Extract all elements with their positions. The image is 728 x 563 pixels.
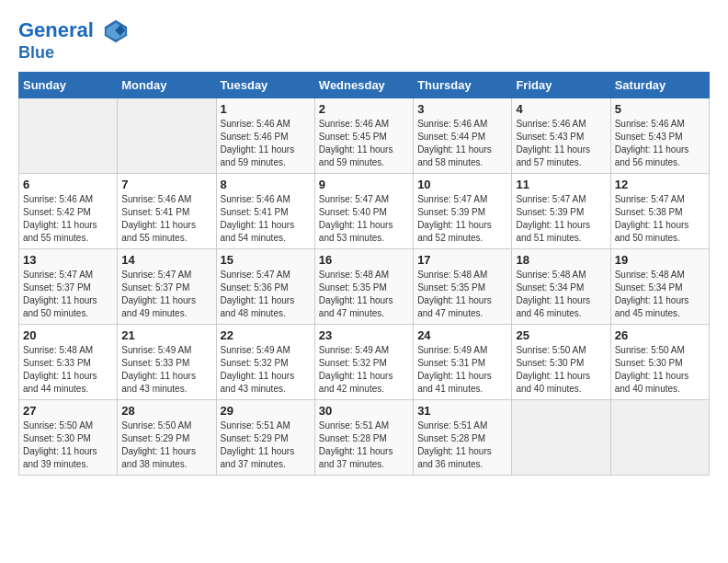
day-info: Sunrise: 5:48 AM Sunset: 5:33 PM Dayligh… — [23, 344, 113, 396]
day-number: 18 — [516, 253, 606, 267]
calendar-cell: 17Sunrise: 5:48 AM Sunset: 5:35 PM Dayli… — [414, 248, 512, 324]
calendar-week-row: 6Sunrise: 5:46 AM Sunset: 5:42 PM Daylig… — [19, 173, 710, 248]
day-number: 3 — [417, 102, 507, 116]
calendar-cell: 27Sunrise: 5:50 AM Sunset: 5:30 PM Dayli… — [19, 399, 118, 475]
calendar-cell: 16Sunrise: 5:48 AM Sunset: 5:35 PM Dayli… — [314, 248, 413, 324]
column-header-saturday: Saturday — [610, 72, 709, 98]
day-info: Sunrise: 5:51 AM Sunset: 5:28 PM Dayligh… — [319, 419, 409, 471]
day-number: 23 — [319, 328, 409, 342]
day-info: Sunrise: 5:48 AM Sunset: 5:34 PM Dayligh… — [516, 269, 606, 320]
day-number: 17 — [417, 253, 507, 267]
logo: General Blue — [18, 18, 129, 63]
calendar-cell: 20Sunrise: 5:48 AM Sunset: 5:33 PM Dayli… — [19, 324, 118, 399]
day-number: 8 — [221, 178, 311, 191]
day-number: 6 — [23, 178, 113, 191]
day-number: 11 — [516, 178, 606, 191]
day-info: Sunrise: 5:47 AM Sunset: 5:36 PM Dayligh… — [221, 269, 311, 320]
calendar-cell: 9Sunrise: 5:47 AM Sunset: 5:40 PM Daylig… — [314, 173, 413, 248]
day-number: 9 — [319, 178, 409, 191]
calendar-week-row: 27Sunrise: 5:50 AM Sunset: 5:30 PM Dayli… — [19, 399, 710, 475]
day-info: Sunrise: 5:47 AM Sunset: 5:37 PM Dayligh… — [23, 269, 113, 320]
day-info: Sunrise: 5:47 AM Sunset: 5:40 PM Dayligh… — [319, 193, 409, 245]
day-info: Sunrise: 5:51 AM Sunset: 5:28 PM Dayligh… — [417, 419, 507, 471]
calendar-cell: 23Sunrise: 5:49 AM Sunset: 5:32 PM Dayli… — [314, 324, 413, 399]
day-info: Sunrise: 5:47 AM Sunset: 5:39 PM Dayligh… — [417, 193, 507, 245]
calendar-cell: 29Sunrise: 5:51 AM Sunset: 5:29 PM Dayli… — [216, 399, 314, 475]
calendar-cell: 24Sunrise: 5:49 AM Sunset: 5:31 PM Dayli… — [414, 324, 512, 399]
day-number: 27 — [23, 404, 113, 418]
calendar-cell: 5Sunrise: 5:46 AM Sunset: 5:43 PM Daylig… — [610, 98, 709, 173]
day-info: Sunrise: 5:47 AM Sunset: 5:38 PM Dayligh… — [615, 193, 705, 245]
calendar-cell — [610, 399, 709, 475]
day-number: 29 — [221, 404, 311, 418]
calendar-cell: 18Sunrise: 5:48 AM Sunset: 5:34 PM Dayli… — [512, 248, 610, 324]
calendar-cell: 1Sunrise: 5:46 AM Sunset: 5:46 PM Daylig… — [216, 98, 314, 173]
day-number: 1 — [221, 102, 311, 116]
day-info: Sunrise: 5:47 AM Sunset: 5:39 PM Dayligh… — [516, 193, 606, 245]
day-info: Sunrise: 5:49 AM Sunset: 5:33 PM Dayligh… — [121, 344, 211, 396]
calendar-table: SundayMondayTuesdayWednesdayThursdayFrid… — [18, 72, 710, 476]
day-number: 5 — [615, 102, 705, 116]
day-number: 22 — [221, 328, 311, 342]
day-number: 12 — [615, 178, 705, 191]
day-number: 16 — [319, 253, 409, 267]
calendar-cell: 4Sunrise: 5:46 AM Sunset: 5:43 PM Daylig… — [512, 98, 610, 173]
day-info: Sunrise: 5:49 AM Sunset: 5:31 PM Dayligh… — [417, 344, 507, 396]
day-info: Sunrise: 5:50 AM Sunset: 5:30 PM Dayligh… — [615, 344, 705, 396]
day-number: 7 — [121, 178, 211, 191]
day-info: Sunrise: 5:46 AM Sunset: 5:43 PM Dayligh… — [516, 118, 606, 169]
calendar-cell: 7Sunrise: 5:46 AM Sunset: 5:41 PM Daylig… — [118, 173, 216, 248]
day-info: Sunrise: 5:46 AM Sunset: 5:41 PM Dayligh… — [221, 193, 311, 245]
calendar-cell: 31Sunrise: 5:51 AM Sunset: 5:28 PM Dayli… — [414, 399, 512, 475]
calendar-week-row: 13Sunrise: 5:47 AM Sunset: 5:37 PM Dayli… — [19, 248, 710, 324]
day-number: 14 — [121, 253, 211, 267]
calendar-cell: 10Sunrise: 5:47 AM Sunset: 5:39 PM Dayli… — [414, 173, 512, 248]
day-info: Sunrise: 5:46 AM Sunset: 5:43 PM Dayligh… — [615, 118, 705, 169]
calendar-header-row: SundayMondayTuesdayWednesdayThursdayFrid… — [19, 72, 710, 98]
calendar-cell — [118, 98, 216, 173]
calendar-cell: 25Sunrise: 5:50 AM Sunset: 5:30 PM Dayli… — [512, 324, 610, 399]
day-info: Sunrise: 5:46 AM Sunset: 5:44 PM Dayligh… — [417, 118, 507, 169]
column-header-sunday: Sunday — [19, 72, 118, 98]
day-info: Sunrise: 5:46 AM Sunset: 5:41 PM Dayligh… — [121, 193, 211, 245]
day-info: Sunrise: 5:50 AM Sunset: 5:30 PM Dayligh… — [516, 344, 606, 396]
calendar-cell: 3Sunrise: 5:46 AM Sunset: 5:44 PM Daylig… — [414, 98, 512, 173]
day-info: Sunrise: 5:48 AM Sunset: 5:34 PM Dayligh… — [615, 269, 705, 320]
column-header-thursday: Thursday — [414, 72, 512, 98]
day-number: 15 — [221, 253, 311, 267]
day-number: 24 — [417, 328, 507, 342]
calendar-cell: 21Sunrise: 5:49 AM Sunset: 5:33 PM Dayli… — [118, 324, 216, 399]
calendar-cell — [19, 98, 118, 173]
day-number: 28 — [121, 404, 211, 418]
calendar-cell: 11Sunrise: 5:47 AM Sunset: 5:39 PM Dayli… — [512, 173, 610, 248]
day-number: 4 — [516, 102, 606, 116]
calendar-cell: 14Sunrise: 5:47 AM Sunset: 5:37 PM Dayli… — [118, 248, 216, 324]
day-info: Sunrise: 5:49 AM Sunset: 5:32 PM Dayligh… — [319, 344, 409, 396]
day-info: Sunrise: 5:49 AM Sunset: 5:32 PM Dayligh… — [221, 344, 311, 396]
calendar-cell: 12Sunrise: 5:47 AM Sunset: 5:38 PM Dayli… — [610, 173, 709, 248]
day-number: 10 — [417, 178, 507, 191]
day-info: Sunrise: 5:46 AM Sunset: 5:46 PM Dayligh… — [221, 118, 311, 169]
column-header-tuesday: Tuesday — [216, 72, 314, 98]
calendar-cell: 6Sunrise: 5:46 AM Sunset: 5:42 PM Daylig… — [19, 173, 118, 248]
calendar-cell: 26Sunrise: 5:50 AM Sunset: 5:30 PM Dayli… — [610, 324, 709, 399]
page-header: General Blue — [18, 18, 710, 63]
day-number: 21 — [121, 328, 211, 342]
calendar-cell: 22Sunrise: 5:49 AM Sunset: 5:32 PM Dayli… — [216, 324, 314, 399]
calendar-cell: 28Sunrise: 5:50 AM Sunset: 5:29 PM Dayli… — [118, 399, 216, 475]
calendar-cell: 19Sunrise: 5:48 AM Sunset: 5:34 PM Dayli… — [610, 248, 709, 324]
day-info: Sunrise: 5:46 AM Sunset: 5:45 PM Dayligh… — [319, 118, 409, 169]
calendar-cell: 8Sunrise: 5:46 AM Sunset: 5:41 PM Daylig… — [216, 173, 314, 248]
day-info: Sunrise: 5:46 AM Sunset: 5:42 PM Dayligh… — [23, 193, 113, 245]
column-header-monday: Monday — [118, 72, 216, 98]
day-info: Sunrise: 5:51 AM Sunset: 5:29 PM Dayligh… — [221, 419, 311, 471]
day-number: 26 — [615, 328, 705, 342]
day-info: Sunrise: 5:50 AM Sunset: 5:29 PM Dayligh… — [121, 419, 211, 471]
day-number: 2 — [319, 102, 409, 116]
calendar-week-row: 1Sunrise: 5:46 AM Sunset: 5:46 PM Daylig… — [19, 98, 710, 173]
calendar-week-row: 20Sunrise: 5:48 AM Sunset: 5:33 PM Dayli… — [19, 324, 710, 399]
calendar-cell: 30Sunrise: 5:51 AM Sunset: 5:28 PM Dayli… — [314, 399, 413, 475]
calendar-cell: 15Sunrise: 5:47 AM Sunset: 5:36 PM Dayli… — [216, 248, 314, 324]
calendar-cell: 13Sunrise: 5:47 AM Sunset: 5:37 PM Dayli… — [19, 248, 118, 324]
day-info: Sunrise: 5:48 AM Sunset: 5:35 PM Dayligh… — [417, 269, 507, 320]
